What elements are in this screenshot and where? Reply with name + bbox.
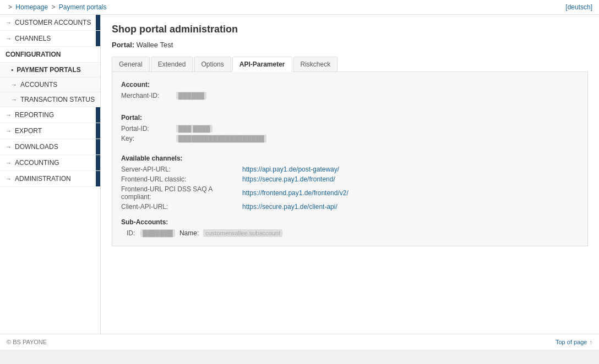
- portal-id-label: Portal-ID:: [121, 125, 176, 133]
- portal-id-value: ███ ████: [176, 125, 213, 133]
- breadcrumb: > Homepage > Payment portals: [7, 3, 106, 11]
- sub-account-id-label: ID:: [127, 229, 135, 237]
- channel-url-server-api[interactable]: https://api.pay1.de/post-gateway/: [242, 166, 339, 173]
- channel-name: Server-API-URL:: [121, 166, 242, 173]
- page-title: Shop portal administration: [112, 24, 588, 35]
- sidebar-item-configuration[interactable]: CONFIGURATION: [0, 47, 100, 63]
- top-of-page-link[interactable]: Top of page: [556, 339, 587, 345]
- channels-section: Available channels: Server-API-URL: http…: [121, 155, 579, 211]
- sidebar-sub-item-label: TRANSACTION STATUS: [20, 96, 95, 103]
- sidebar-item-customer-accounts[interactable]: → CUSTOMER ACCOUNTS: [0, 15, 100, 31]
- sidebar-item-label: ACCOUNTING: [15, 159, 59, 167]
- tab-options[interactable]: Options: [194, 57, 231, 71]
- sidebar-sub-item-label: ACCOUNTS: [20, 81, 57, 89]
- sub-account-row: ID: ███████ Name: customerwallee.subacco…: [121, 229, 579, 237]
- breadcrumb-sep1: >: [51, 3, 57, 11]
- arrow-icon: →: [6, 175, 12, 182]
- portal-name: Portal: Wallee Test: [112, 41, 588, 49]
- channel-row-frontend-classic: Frontend-URL classic: https://secure.pay…: [121, 175, 579, 183]
- bullet-icon: ▪: [11, 66, 13, 74]
- sidebar-sub-item-label: PAYMENT PORTALS: [17, 66, 80, 74]
- sidebar-item-label: CONFIGURATION: [6, 51, 61, 58]
- channel-url-client-api[interactable]: https://secure.pay1.de/client-api/: [242, 203, 337, 211]
- top-of-page: Top of page ↑: [556, 339, 592, 345]
- sub-accounts-label: Sub-Accounts:: [121, 218, 579, 226]
- sidebar-item-administration[interactable]: → ADMINISTRATION: [0, 171, 100, 187]
- sidebar-item-downloads[interactable]: → DOWNLOADS: [0, 139, 100, 155]
- sidebar-item-label: CUSTOMER ACCOUNTS: [15, 19, 91, 26]
- arrow-icon: →: [6, 128, 12, 134]
- breadcrumb-home[interactable]: Homepage: [15, 3, 48, 11]
- sidebar-item-label: DOWNLOADS: [15, 143, 58, 151]
- channel-name: Frontend-URL classic:: [121, 175, 242, 183]
- channel-name: Frontend-URL PCI DSS SAQ A compliant:: [121, 185, 242, 201]
- sidebar-sub-item-transaction-status[interactable]: → TRANSACTION STATUS: [0, 92, 100, 107]
- channel-row-client-api: Client-API-URL: https://secure.pay1.de/c…: [121, 203, 579, 211]
- sidebar-item-export[interactable]: → EXPORT: [0, 123, 100, 139]
- sub-account-name-value: customerwallee.subaccount: [203, 229, 282, 237]
- breadcrumb-separator: >: [8, 3, 12, 11]
- sidebar: → CUSTOMER ACCOUNTS → CHANNELS CONFIGURA…: [0, 15, 101, 334]
- portal-name-text: Wallee Test: [137, 41, 173, 49]
- top-arrow-icon: ↑: [590, 339, 593, 345]
- breadcrumb-payment-portals[interactable]: Payment portals: [59, 3, 107, 11]
- tab-api-parameter[interactable]: API-Parameter: [232, 57, 292, 72]
- channel-name: Client-API-URL:: [121, 203, 242, 211]
- top-bar: > Homepage > Payment portals [deutsch]: [0, 0, 599, 15]
- channel-row-frontend-pci: Frontend-URL PCI DSS SAQ A compliant: ht…: [121, 185, 579, 201]
- portal-id-row: Portal-ID: ███ ████: [121, 125, 579, 133]
- sub-account-name-label: Name:: [179, 229, 199, 237]
- arrow-icon: →: [11, 96, 17, 103]
- account-section-label: Account:: [121, 81, 579, 89]
- arrow-icon: →: [6, 35, 12, 42]
- key-label: Key:: [121, 135, 176, 142]
- sidebar-item-label: ADMINISTRATION: [15, 175, 71, 183]
- sidebar-item-label: REPORTING: [15, 111, 54, 119]
- key-row: Key: ████████████████████: [121, 135, 579, 142]
- sidebar-item-accounting[interactable]: → ACCOUNTING: [0, 155, 100, 171]
- tabs: General Extended Options API-Parameter R…: [112, 57, 588, 72]
- channel-url-frontend-pci[interactable]: https://frontend.pay1.de/frontend/v2/: [242, 189, 348, 197]
- arrow-icon: →: [6, 112, 12, 118]
- sidebar-item-channels[interactable]: → CHANNELS: [0, 31, 100, 47]
- merchant-id-label: Merchant-ID:: [121, 92, 176, 100]
- tab-general[interactable]: General: [112, 57, 150, 71]
- arrow-icon: →: [6, 19, 12, 26]
- sub-accounts-section: Sub-Accounts: ID: ███████ Name: customer…: [121, 218, 579, 237]
- tab-extended[interactable]: Extended: [151, 57, 193, 71]
- merchant-id-row: Merchant-ID: ██████: [121, 92, 579, 100]
- sub-account-id-value: ███████: [140, 229, 175, 237]
- footer: © BS PAYONE Top of page ↑: [0, 334, 599, 350]
- main-content: Shop portal administration Portal: Walle…: [101, 15, 599, 334]
- channel-url-frontend-classic[interactable]: https://secure.pay1.de/frontend/: [242, 175, 335, 183]
- sidebar-sub-item-accounts[interactable]: → ACCOUNTS: [0, 78, 100, 92]
- sidebar-item-reporting[interactable]: → REPORTING: [0, 107, 100, 123]
- channels-label: Available channels:: [121, 155, 579, 162]
- sidebar-sub-item-payment-portals[interactable]: ▪ PAYMENT PORTALS: [0, 63, 100, 78]
- sidebar-item-label: EXPORT: [15, 127, 42, 135]
- arrow-icon: →: [6, 159, 12, 166]
- footer-copyright: © BS PAYONE: [7, 339, 47, 345]
- sidebar-sub-menu: ▪ PAYMENT PORTALS → ACCOUNTS → TRANSACTI…: [0, 63, 100, 107]
- arrow-icon: →: [6, 144, 12, 150]
- sidebar-item-label: CHANNELS: [15, 35, 51, 42]
- channel-row-server-api: Server-API-URL: https://api.pay1.de/post…: [121, 166, 579, 173]
- key-value: ████████████████████: [176, 135, 266, 142]
- arrow-icon: →: [11, 81, 17, 88]
- language-link[interactable]: [deutsch]: [565, 3, 592, 11]
- content-box: Account: Merchant-ID: ██████ Portal: Por…: [112, 72, 588, 246]
- portal-section-label: Portal:: [121, 114, 579, 122]
- layout: → CUSTOMER ACCOUNTS → CHANNELS CONFIGURA…: [0, 15, 599, 334]
- merchant-id-value: ██████: [176, 92, 206, 100]
- tab-riskcheck[interactable]: Riskcheck: [293, 57, 338, 71]
